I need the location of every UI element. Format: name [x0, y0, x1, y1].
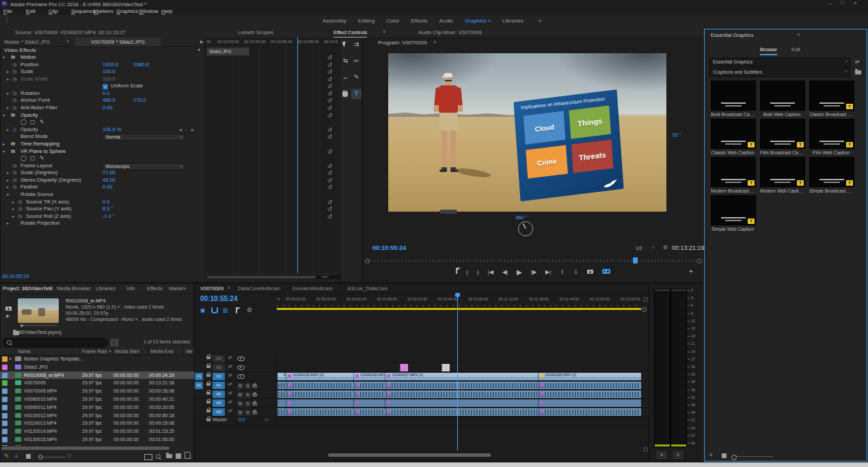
ec-row-Anti-flicker Filter[interactable]: ▸◷Anti-flicker Filter0.00↺: [0, 104, 340, 112]
workspace-tab-graphics[interactable]: Graphics ≡: [465, 18, 491, 24]
clip-video[interactable]: V0340038.MP4 [V]: [538, 373, 641, 380]
label-color-swatch[interactable]: [2, 373, 8, 378]
ec-effect-label[interactable]: Motion: [21, 54, 36, 61]
tool-type[interactable]: T: [351, 89, 362, 99]
template-item[interactable]: Bold Web Caption: [760, 81, 804, 117]
timeline-playhead-handle[interactable]: [455, 293, 460, 297]
track-output-eye-icon[interactable]: [237, 374, 245, 379]
stopwatch-icon[interactable]: ◷: [12, 97, 16, 104]
mark-out-button[interactable]: }: [477, 268, 479, 277]
vr-tilt-value[interactable]: 53 °: [673, 132, 681, 137]
panel-tab-1[interactable]: Lumetri Scopes: [238, 29, 273, 36]
ec-value2[interactable]: 1080.0: [133, 61, 149, 69]
project-row[interactable]: V0110013.MP429.97 fps00:00:00:0000:00:15…: [0, 419, 194, 427]
keyframe-next-icon[interactable]: ▶: [191, 126, 194, 134]
workspace-tab-effects[interactable]: Effects: [411, 18, 427, 24]
label-color-swatch[interactable]: [2, 405, 8, 410]
tool-slip[interactable]: ↔: [340, 72, 351, 83]
ec-row-Motion[interactable]: ▾fxMotion↺: [0, 54, 340, 61]
voiceover-mic-icon[interactable]: [254, 383, 256, 386]
ec-value2[interactable]: 270.0: [133, 97, 146, 104]
mask-pen-icon[interactable]: ✎: [40, 155, 44, 162]
template-thumbnail[interactable]: [711, 81, 756, 111]
sync-lock-icon[interactable]: ⇄: [228, 373, 232, 378]
ec-row-Feather[interactable]: ▸◷Feather0.00↺: [0, 184, 340, 191]
program-video-frame[interactable]: Implications on Infrastructure Protectio…: [388, 53, 666, 212]
source-patch-V1[interactable]: V1: [195, 373, 203, 380]
column-media-start[interactable]: Media Start: [115, 349, 139, 354]
label-color-swatch[interactable]: [2, 421, 8, 426]
label-color-swatch[interactable]: [2, 365, 8, 370]
mute-button[interactable]: M: [236, 382, 244, 390]
ec-row-VR Plane to Sphere[interactable]: ▾fxVR Plane to Sphere↺: [0, 148, 340, 156]
ec-row-Anchor Point[interactable]: ◷Anchor Point480.0270.0↺: [0, 97, 340, 104]
template-item[interactable]: TModern Web Caption: [760, 157, 804, 193]
ec-value[interactable]: -1.0 °: [103, 213, 115, 221]
thumb-zoom-slider[interactable]: [731, 456, 774, 457]
ec-value[interactable]: 8.0 °: [103, 206, 113, 213]
program-playhead[interactable]: [633, 257, 638, 264]
solo-button[interactable]: S: [244, 400, 252, 408]
twirl-icon[interactable]: ▸: [7, 169, 9, 177]
twirl-icon[interactable]: ▸: [12, 213, 14, 221]
go-to-in-button[interactable]: |◀: [488, 268, 493, 277]
clip-video[interactable]: P4 [V]: [277, 373, 286, 380]
mark-in-button[interactable]: {: [466, 268, 468, 277]
menu-window[interactable]: Window: [139, 8, 158, 14]
label-color-swatch[interactable]: [2, 397, 8, 402]
item-name[interactable]: Slide2.JPG: [24, 363, 48, 371]
master-level-value[interactable]: 0.0: [239, 417, 245, 422]
item-name[interactable]: V0130015.MP4: [24, 436, 57, 444]
template-thumbnail[interactable]: [760, 81, 805, 111]
ec-effect-label[interactable]: Opacity: [21, 112, 38, 119]
sync-lock-icon[interactable]: ⇄: [228, 408, 232, 414]
menu-clip[interactable]: Clip: [49, 8, 58, 14]
stopwatch-icon[interactable]: ◷: [12, 126, 16, 134]
ec-value[interactable]: 0.00: [103, 104, 113, 112]
template-item[interactable]: TModern Broadcast Capt...: [711, 157, 755, 193]
stopwatch-icon[interactable]: ◷: [12, 177, 16, 184]
project-tab-5[interactable]: Marke: [169, 285, 183, 292]
ec-row-Position[interactable]: ◷Position1920.01080.0↺: [0, 61, 340, 69]
stopwatch-icon[interactable]: ◷: [12, 184, 16, 191]
project-row[interactable]: [0, 444, 194, 446]
lock-toggle[interactable]: [206, 410, 211, 412]
column-name[interactable]: Name: [18, 349, 31, 354]
column-me[interactable]: Me: [186, 349, 193, 354]
ec-row-Frame Layout[interactable]: ◷Frame LayoutMonoscopic˅↺: [0, 162, 340, 170]
ec-value[interactable]: 27.00: [103, 169, 116, 177]
timeline-playhead[interactable]: [457, 297, 458, 451]
clip-video[interactable]: V0340035.MP4 [V]: [286, 373, 353, 380]
workspace-tab-assembly[interactable]: Assembly: [323, 18, 347, 24]
item-name[interactable]: Motion Graphics Template...: [24, 355, 83, 363]
ec-row-Time Remapping[interactable]: ▸fxTime Remapping: [0, 141, 340, 148]
project-row[interactable]: R0010008_er.MP429.97 fps00:00:00:0000:00…: [0, 371, 194, 380]
stopwatch-icon[interactable]: ◷: [12, 68, 16, 76]
solo-button[interactable]: S: [244, 382, 252, 390]
automate-to-sequence-icon[interactable]: [144, 454, 152, 460]
template-item[interactable]: TClassic Web Caption: [711, 119, 755, 155]
stopwatch-icon[interactable]: ◷: [18, 213, 22, 221]
stopwatch-icon[interactable]: ◷: [12, 76, 16, 83]
workspace-tab-editing[interactable]: Editing: [358, 18, 375, 24]
sync-lock-icon[interactable]: ⇄: [228, 382, 232, 387]
menu-sequence[interactable]: Sequence: [71, 8, 96, 14]
project-row[interactable]: V0100012.MP429.97 fps00:00:00:0000:00:50…: [0, 412, 194, 420]
icon-view-icon[interactable]: [26, 454, 31, 459]
item-name[interactable]: V0070009: [24, 379, 46, 387]
project-row[interactable]: V0120014.MP429.97 fps00:00:00:0000:01:23…: [0, 427, 194, 436]
source-patch-A1[interactable]: A1: [195, 382, 203, 389]
clip-audio[interactable]: [277, 399, 286, 407]
tool-selection[interactable]: [340, 40, 351, 50]
sync-lock-icon[interactable]: ⇄: [228, 355, 232, 360]
lock-toggle[interactable]: [206, 392, 211, 395]
ec-row-Rotation[interactable]: ▸◷Rotation0.0↺: [0, 90, 340, 98]
ec-row-Scale[interactable]: ▸◷Scale100.0↺: [0, 68, 340, 76]
clip-audio[interactable]: [353, 391, 385, 398]
track-output-eye-icon[interactable]: [237, 356, 245, 361]
item-name[interactable]: V0120014.MP4: [24, 427, 57, 436]
vr-pan-value[interactable]: 360 °: [515, 214, 528, 221]
chevron-down-icon[interactable]: ˅: [652, 246, 655, 250]
stopwatch-icon[interactable]: ◷: [12, 61, 16, 69]
lock-toggle[interactable]: [206, 356, 211, 359]
